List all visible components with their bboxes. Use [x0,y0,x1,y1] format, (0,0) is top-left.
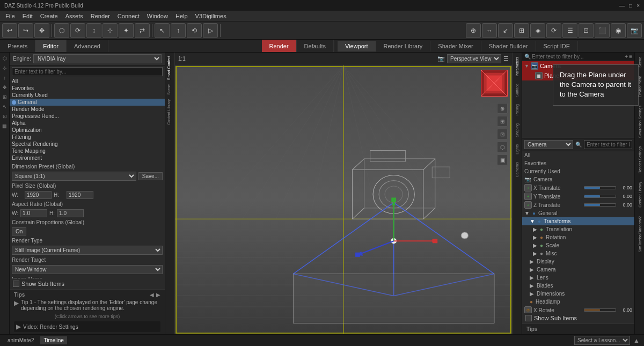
far-right-render-settings[interactable]: Render Settings [635,142,644,178]
tab-editor[interactable]: Editor [35,40,67,52]
toolbar-btn-r7[interactable]: ☰ [562,23,577,38]
toolbar-btn-r4[interactable]: ⊞ [514,23,529,38]
dimension-preset-select[interactable]: Square (1:1) [12,172,136,181]
toolbar-btn-9[interactable]: ⇄ [135,23,150,38]
toolbar-btn-8[interactable]: ✦ [119,23,134,38]
rvt-shaping[interactable]: Shaping [515,120,519,141]
far-right-simulation[interactable]: Simulation Settings [635,101,644,142]
aspect-w-input[interactable] [20,209,47,217]
menu-v3digilimes[interactable]: V3Digilimes [192,12,230,20]
toolbar-btn-r1[interactable]: ⊕ [466,23,481,38]
param-dimensions[interactable]: ▶ Dimensions [522,290,634,298]
section-alpha[interactable]: Alpha [10,120,165,127]
param-rotation[interactable]: ▶ ● Rotation [522,233,634,241]
param-camera-sub[interactable]: ▶ Camera [522,266,634,274]
section-progressive[interactable]: Progressive Rend... [10,113,165,120]
tab-advanced[interactable]: Advanced [67,40,108,52]
param-section-favorites[interactable]: Favorites [522,159,634,167]
rvt-parameters[interactable]: Parameters [515,54,519,79]
toolbar-btn-r8[interactable]: ⊡ [579,23,594,38]
left-search-input[interactable] [12,67,163,76]
params-object-select[interactable]: Camera [524,140,573,149]
timeline-tab-animmale2[interactable]: animMate2 [4,336,37,344]
width-input[interactable] [25,191,52,199]
sidebar-icon-2[interactable]: ⊹ [1,64,9,72]
section-spectral[interactable]: Spectral Rendering [10,141,165,148]
rvt-posing[interactable]: Posing [515,101,519,119]
rvt-cameras[interactable]: Cameras [515,159,519,180]
param-headlamp[interactable]: ● Headlamp [522,298,634,306]
menu-window[interactable]: Window [144,12,171,20]
sidebar-icon-1[interactable]: ⬡ [1,55,9,62]
section-environment[interactable]: Environment [10,154,165,161]
y-translate-slider[interactable] [584,195,616,198]
param-section-all[interactable]: All [522,151,634,159]
sidebar-icon-6[interactable]: ↖ [1,103,9,111]
param-scale[interactable]: ▶ ● Scale [522,241,634,249]
sidebar-icon-8[interactable]: ▦ [1,122,9,130]
rvt-surface[interactable]: Surface [515,80,519,100]
constrain-on-btn[interactable]: On [12,227,26,235]
maximize-btn[interactable]: □ [629,3,632,9]
param-misc[interactable]: ▶ ● Misc [522,249,634,257]
close-btn[interactable]: × [636,3,640,9]
sidebar-icon-5[interactable]: ⊞ [1,93,9,101]
render-target-select[interactable]: New Window [12,265,163,274]
toolbar-btn-3[interactable]: ✥ [34,23,49,38]
toolbar-btn-r9[interactable]: ⬛ [595,23,610,38]
perspective-view-select[interactable]: Perspective View [447,54,501,63]
menu-render[interactable]: Render [87,12,113,20]
toolbar-btn-10[interactable]: ↖ [155,23,170,38]
tab-presets[interactable]: Presets [0,40,35,52]
toolbar-btn-7[interactable]: ⊹ [103,23,118,38]
param-transforms-section[interactable]: ▼ ● Transforms [522,217,634,225]
menu-assets[interactable]: Assets [62,12,86,20]
section-all[interactable]: All [10,78,165,85]
nav-ortho[interactable]: ▣ [497,154,508,165]
sidebar-icon-7[interactable]: ⊡ [1,113,9,120]
tab-shader-mixer[interactable]: Shader Mixer [430,41,481,51]
save-button[interactable]: Save... [138,172,163,180]
menu-help[interactable]: Help [172,12,191,20]
toolbar-btn-select[interactable]: ▷ [203,23,218,38]
section-optimization[interactable]: Optimization [10,127,165,134]
engine-select[interactable]: NVIDIA Iray [33,54,162,63]
toolbar-btn-5[interactable]: ⟳ [70,23,85,38]
toolbar-btn-r2[interactable]: ↔ [482,23,497,38]
x-rotate-slider[interactable] [584,308,616,312]
viewport-menu-icon[interactable]: ☰ [503,55,509,62]
status-select[interactable]: Select a Lesson... [574,336,630,345]
z-translate-slider[interactable] [584,203,616,207]
param-blades[interactable]: ▶ Blades [522,282,634,290]
menu-file[interactable]: File [2,12,18,20]
section-filtering[interactable]: Filtering [10,134,165,141]
timeline-tab-timeline[interactable]: Timeline [40,336,67,344]
param-section-currently-used[interactable]: Currently Used [522,167,634,175]
sidebar-icon-4[interactable]: ✥ [1,84,9,91]
height-input[interactable] [67,191,93,199]
section-currently-used[interactable]: Currently Used [10,92,165,99]
toolbar-btn-6[interactable]: ↕ [86,23,101,38]
nav-zoom-fit[interactable]: ⊕ [497,103,508,114]
toolbar-btn-r5[interactable]: ◈ [530,23,545,38]
menu-create[interactable]: Create [37,12,61,20]
svt-scene[interactable]: Scene [166,82,174,97]
hierarchy-add-icon[interactable]: + [625,54,628,60]
x-translate-slider[interactable] [584,186,616,189]
tips-next-btn[interactable]: ▶ [156,292,160,298]
tab-viewport[interactable]: Viewport [338,41,376,51]
tab-render-btn[interactable]: Render [262,40,297,52]
svt-content-library[interactable]: Content Library [166,97,174,127]
hierarchy-search-input[interactable] [532,54,624,60]
svt-smart-content[interactable]: Smart Content [166,54,174,82]
menu-connect[interactable]: Connect [114,12,143,20]
param-lens[interactable]: ▶ Lens [522,274,634,282]
nav-perspective[interactable]: ⬡ [497,142,508,152]
viewport-orientation-cube[interactable] [481,70,508,97]
param-general-section[interactable]: ▼ ● General [522,209,634,217]
tab-render-library[interactable]: Render Library [376,41,431,51]
section-render-mode[interactable]: Render Mode [10,106,165,113]
render-type-select[interactable]: Still Image (Current Frame) [12,246,163,255]
tab-script-ide[interactable]: Script IDE [536,41,579,51]
section-favorites[interactable]: Favorites [10,85,165,92]
